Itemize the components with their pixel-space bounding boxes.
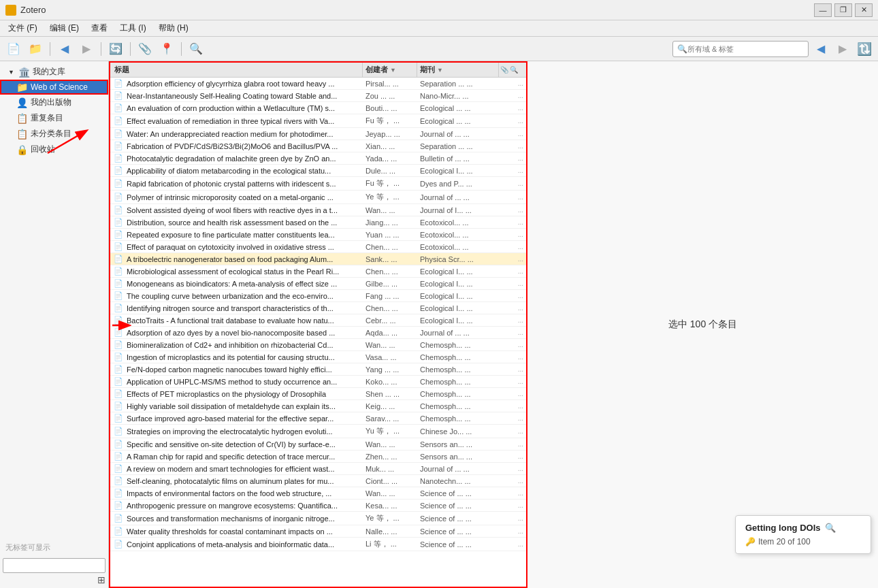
attach-button[interactable]: 📎 [135, 39, 155, 59]
col-header-icons: 📎 🔍 [499, 63, 526, 77]
table-row[interactable]: 📄 Specific and sensitive on-site detecti… [110, 438, 526, 451]
sidebar-no-tags: 无标签可显示 [0, 540, 108, 555]
sidebar-item-unclassified[interactable]: 📋 未分类条目 [0, 126, 108, 142]
table-row[interactable]: 📄 Surface improved agro-based material f… [110, 412, 526, 425]
nav-prev-button[interactable]: ◀ [811, 39, 830, 59]
sidebar-item-duplicate[interactable]: 📋 重复条目 [0, 110, 108, 126]
search-icon: 🔍 [677, 44, 687, 54]
locate-button[interactable]: 📍 [157, 39, 176, 59]
table-row[interactable]: 📄 A review on modern and smart technolog… [110, 463, 526, 475]
table-row[interactable]: 📄 Anthropogenic pressure on mangrove eco… [110, 500, 526, 512]
col-header-author[interactable]: 创建者 ▼ [363, 63, 417, 77]
selected-count-label: 选中 100 个条目 [668, 318, 737, 331]
table-row[interactable]: 📄 The coupling curve between urbanizatio… [110, 290, 526, 302]
table-row[interactable]: 📄 Identifying nitrogen source and transp… [110, 302, 526, 314]
row-journal: Ecological I... ... [417, 278, 499, 289]
sidebar-label-unclassified: 未分类条目 [31, 128, 71, 140]
table-row[interactable]: 📄 Ingestion of microplastics and its pot… [110, 351, 526, 363]
table-row[interactable]: 📄 Repeated exposure to fine particulate … [110, 229, 526, 241]
row-title: Monogeneans as bioindicators: A meta-ana… [124, 278, 363, 289]
table-row[interactable]: 📄 Effects of PET microplastics on the ph… [110, 388, 526, 400]
table-row[interactable]: 📄 Conjoint applications of meta-analysis… [110, 538, 526, 551]
new-collection-button[interactable]: 📁 [26, 39, 45, 59]
table-row[interactable]: 📄 An evaluation of corn production withi… [110, 102, 526, 114]
table-row[interactable]: 📄 Self-cleaning, photocatalytic films on… [110, 475, 526, 487]
table-row[interactable]: 📄 Monogeneans as bioindicators: A meta-a… [110, 278, 526, 290]
table-row[interactable]: 📄 Sources and transformation mechanisms … [110, 512, 526, 525]
sync-button[interactable]: 🔄 [106, 39, 125, 59]
menu-tools[interactable]: 工具 (I) [114, 21, 152, 35]
sidebar-tag-grid-button[interactable]: ⊞ [97, 574, 105, 585]
row-doc-icon: 📄 [113, 316, 124, 325]
row-author: Yang ... ... [363, 364, 417, 375]
sidebar-item-my-library[interactable]: ▼ 🏛️ 我的文库 [0, 64, 108, 80]
toolbar-sep-3 [130, 42, 131, 56]
table-row[interactable]: 📄 Highly variable soil dissipation of me… [110, 400, 526, 412]
col-header-journal[interactable]: 期刊 ▼ [417, 63, 499, 77]
row-author: Zou ... ... [363, 91, 417, 101]
file-list-body[interactable]: 📄 Adsorption efficiency of glycyrrhiza g… [110, 78, 526, 587]
menu-view[interactable]: 查看 [86, 21, 113, 35]
row-author: Yu 等， ... [363, 425, 417, 438]
row-author: Chen... ... [363, 266, 417, 277]
row-title: Water quality thresholds for coastal con… [124, 526, 363, 537]
sidebar-tag-filter-input[interactable] [3, 558, 105, 573]
restore-button[interactable]: ❐ [834, 3, 852, 17]
table-row[interactable]: 📄 Water: An underappreciated reaction me… [110, 128, 526, 140]
row-doc-icon: 📄 [113, 206, 124, 214]
table-row[interactable]: 📄 BactoTraits - A functional trait datab… [110, 314, 526, 327]
row-doc-icon: 📄 [113, 79, 124, 88]
col-header-title[interactable]: 标题 [110, 63, 363, 77]
table-row[interactable]: 📄 Polymer of intrinsic microporosity coa… [110, 191, 526, 204]
close-button[interactable]: ✕ [855, 3, 873, 17]
row-extra: ... [499, 390, 526, 397]
table-row[interactable]: 📄 Solvent assisted dyeing of wool fibers… [110, 204, 526, 216]
new-item-button[interactable]: 📄 [4, 39, 23, 59]
back-button[interactable]: ◀ [55, 39, 74, 59]
minimize-button[interactable]: — [814, 3, 832, 17]
row-extra: ... [499, 280, 526, 287]
table-row[interactable]: 📄 Effect of paraquat on cytotoxicity inv… [110, 241, 526, 253]
row-author: Ye 等， ... [363, 512, 417, 525]
table-row[interactable]: 📄 Strategies on improving the electrocat… [110, 425, 526, 438]
sidebar-item-web-of-science[interactable]: 📁 Web of Science [0, 80, 108, 95]
search-box[interactable]: 🔍 [672, 41, 809, 57]
table-row[interactable]: 📄 Water quality thresholds for coastal c… [110, 525, 526, 538]
table-row[interactable]: 📄 Fe/N-doped carbon magnetic nanocubes t… [110, 363, 526, 376]
table-row[interactable]: 📄 Applicability of diatom metabarcoding … [110, 165, 526, 177]
table-row[interactable]: 📄 Effect evaluation of remediation in th… [110, 114, 526, 128]
row-extra: ... [499, 267, 526, 275]
table-row[interactable]: 📄 A triboelectric nanogenerator based on… [110, 253, 526, 265]
sidebar-item-my-publications[interactable]: 👤 我的出版物 [0, 95, 108, 110]
menu-help[interactable]: 帮助 (H) [153, 21, 194, 35]
nav-next-button[interactable]: ▶ [833, 39, 852, 59]
row-doc-icon: 📄 [113, 291, 124, 300]
row-extra: ... [499, 341, 526, 348]
row-journal: Chemosph... ... [417, 364, 499, 375]
table-row[interactable]: 📄 Biomineralization of Cd2+ and inhibiti… [110, 339, 526, 351]
row-author: Ciont... ... [363, 476, 417, 487]
table-row[interactable]: 📄 Adsorption of azo dyes by a novel bio-… [110, 327, 526, 339]
table-row[interactable]: 📄 Application of UHPLC-MS/MS method to s… [110, 376, 526, 388]
table-row[interactable]: 📄 Distribution, source and health risk a… [110, 216, 526, 229]
sync-right-button[interactable]: 🔃 [855, 39, 874, 59]
row-journal: Physica Scr... ... [417, 254, 499, 265]
forward-button[interactable]: ▶ [77, 39, 96, 59]
row-extra: ... [499, 117, 526, 125]
window-controls[interactable]: — ❐ ✕ [814, 3, 873, 17]
table-row[interactable]: 📄 Near-Instantaneously Self-Healing Coat… [110, 90, 526, 102]
menu-edit[interactable]: 编辑 (E) [44, 21, 84, 35]
table-row[interactable]: 📄 A Raman chip for rapid and specific de… [110, 451, 526, 463]
table-row[interactable]: 📄 Adsorption efficiency of glycyrrhiza g… [110, 78, 526, 90]
table-row[interactable]: 📄 Fabrication of PVDF/CdS/Bi2S3/Bi(2)MoO… [110, 140, 526, 152]
table-row[interactable]: 📄 Rapid fabrication of photonic crystal … [110, 177, 526, 191]
table-row[interactable]: 📄 Photocatalytic degradation of malachit… [110, 152, 526, 165]
table-row[interactable]: 📄 Impacts of environmental factors on th… [110, 487, 526, 500]
search-input[interactable] [687, 45, 804, 53]
quicksearch-button[interactable]: 🔍 [186, 39, 206, 59]
sidebar-item-trash[interactable]: 🔒 回收站 [0, 142, 108, 157]
row-doc-icon: 📄 [113, 414, 124, 423]
table-row[interactable]: 📄 Microbiological assessment of ecologic… [110, 265, 526, 278]
row-author: Jiang... ... [363, 217, 417, 228]
menu-file[interactable]: 文件 (F) [3, 21, 43, 35]
